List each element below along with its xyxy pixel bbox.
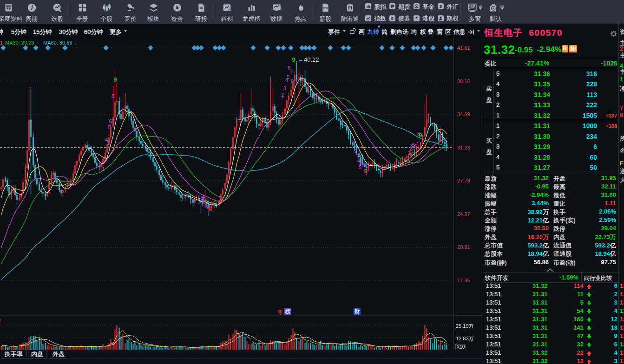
- svg-text:$: $: [439, 4, 442, 9]
- svg-text:IPO: IPO: [323, 6, 328, 9]
- svg-text:F9: F9: [7, 6, 11, 11]
- svg-text:9: 9: [208, 206, 212, 213]
- svg-text:1: 1: [0, 40, 3, 46]
- svg-text:9: 9: [419, 132, 422, 139]
- svg-text:3: 3: [283, 85, 286, 91]
- svg-text:1: 1: [353, 140, 356, 145]
- svg-text:4: 4: [105, 137, 108, 143]
- svg-text:8: 8: [291, 78, 294, 84]
- svg-text:q: q: [278, 308, 282, 315]
- svg-text:¥: ¥: [176, 5, 179, 10]
- svg-text:8: 8: [391, 16, 393, 21]
- svg-text:8: 8: [112, 93, 114, 99]
- svg-text:榜: 榜: [285, 308, 291, 315]
- svg-text:2: 2: [282, 92, 284, 98]
- svg-text:↑: ↑: [0, 317, 2, 324]
- svg-text:7: 7: [416, 140, 419, 145]
- svg-text:3: 3: [356, 152, 359, 157]
- svg-text:5: 5: [287, 74, 289, 80]
- svg-text:MA30: 29.23: MA30: 29.23: [5, 40, 34, 46]
- svg-text:5: 5: [203, 196, 206, 202]
- svg-text:↓: ↓: [74, 40, 77, 46]
- svg-text:2: 2: [104, 157, 106, 162]
- svg-text:*: *: [415, 15, 418, 21]
- svg-text:7: 7: [290, 69, 293, 74]
- svg-text:↑: ↑: [36, 40, 39, 46]
- svg-text:财: 财: [355, 308, 360, 315]
- svg-text:7: 7: [112, 118, 115, 124]
- svg-text:9: 9: [113, 76, 117, 83]
- svg-text:9: 9: [364, 168, 368, 175]
- svg-text:5: 5: [108, 124, 111, 130]
- svg-text:1: 1: [102, 166, 105, 172]
- svg-text:MA60: 30.63: MA60: 30.63: [43, 40, 72, 46]
- svg-text:9: 9: [292, 56, 296, 63]
- svg-text:←40.22: ←40.22: [298, 56, 319, 63]
